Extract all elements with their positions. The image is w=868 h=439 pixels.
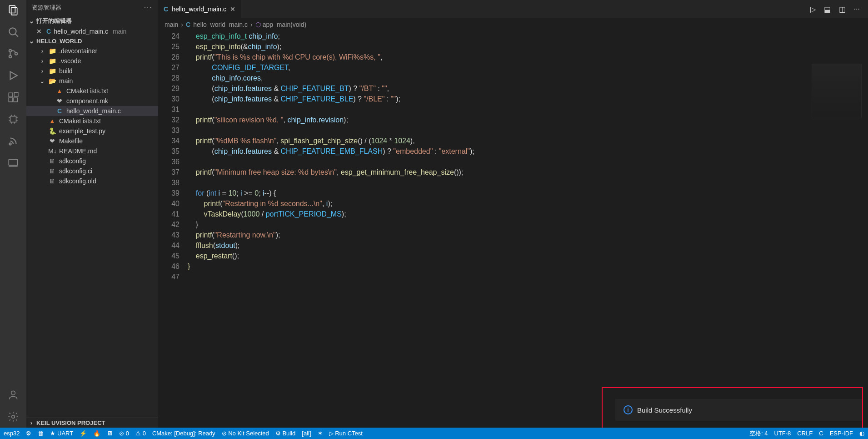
svg-rect-10 <box>14 98 18 102</box>
tab-bar: C hello_world_main.c ✕ ▷ ⬓ ◫ ··· <box>158 0 868 18</box>
svg-point-5 <box>9 56 11 58</box>
status-item[interactable]: ⚙ <box>26 430 31 437</box>
close-icon[interactable]: ✕ <box>36 28 44 35</box>
sidebar-title: 资源管理器 <box>32 4 61 12</box>
split-down-icon[interactable]: ⬓ <box>824 5 831 14</box>
svg-point-4 <box>9 50 11 52</box>
svg-point-2 <box>9 28 16 35</box>
sidebar-more-icon[interactable]: ··· <box>144 4 153 12</box>
svg-rect-9 <box>9 98 13 102</box>
svg-line-3 <box>15 34 18 37</box>
more-icon[interactable]: ··· <box>854 5 860 13</box>
status-item[interactable]: 🔥 <box>93 430 100 437</box>
status-item[interactable]: UTF-8 <box>774 430 791 437</box>
status-item[interactable]: ◐ <box>859 430 864 437</box>
devices-icon[interactable] <box>7 156 20 169</box>
activity-bar <box>0 0 26 428</box>
tree-item[interactable]: 🐍example_test.py <box>26 126 158 136</box>
tree-item[interactable]: 🗎sdkconfig.old <box>26 176 158 186</box>
sidebar: 资源管理器 ··· ⌄打开的编辑器 ✕ C hello_world_main.c… <box>26 0 158 428</box>
tree-item[interactable]: ›📁.devcontainer <box>26 46 158 56</box>
chip-icon[interactable] <box>7 113 20 126</box>
svg-point-24 <box>11 391 15 395</box>
tab-hello-world[interactable]: C hello_world_main.c ✕ <box>158 0 241 18</box>
open-editors-header[interactable]: ⌄打开的编辑器 <box>26 15 158 26</box>
editor-area: C hello_world_main.c ✕ ▷ ⬓ ◫ ··· main› C… <box>158 0 868 428</box>
line-gutter: 2425262728293031323334353637383940414243… <box>158 31 188 428</box>
notification-highlight: i Build Successfully <box>602 387 863 430</box>
status-item[interactable]: ⊘ No Kit Selected <box>222 430 269 437</box>
tree-item[interactable]: ›📁.vscode <box>26 56 158 66</box>
status-item[interactable]: ✶ <box>318 430 323 437</box>
open-editor-item[interactable]: ✕ C hello_world_main.c main <box>26 26 158 36</box>
source-control-icon[interactable] <box>7 47 20 60</box>
status-item[interactable]: ⚠ 0 <box>135 430 146 437</box>
svg-rect-11 <box>14 92 18 96</box>
svg-rect-0 <box>9 5 15 13</box>
run-icon[interactable]: ▷ <box>810 5 816 14</box>
status-item[interactable]: ▷ Run CTest <box>329 430 363 437</box>
status-item[interactable]: ⚡ <box>80 430 87 437</box>
tree-item[interactable]: ❤Makefile <box>26 136 158 146</box>
code-content[interactable]: esp_chip_info_t chip_info; esp_chip_info… <box>188 31 868 428</box>
c-file-icon: C <box>46 28 51 35</box>
tree-item[interactable]: 🗎sdkconfig.ci <box>26 166 158 176</box>
account-icon[interactable] <box>7 389 20 401</box>
svg-rect-12 <box>10 116 16 122</box>
minimap[interactable] <box>812 64 862 118</box>
settings-gear-icon[interactable] <box>7 410 20 423</box>
run-debug-icon[interactable] <box>7 69 20 82</box>
status-item[interactable]: esp32 <box>4 430 20 437</box>
search-icon[interactable] <box>7 25 20 38</box>
tree-item[interactable]: ▲CMakeLists.txt <box>26 86 158 96</box>
tree-item[interactable]: ›📁build <box>26 66 158 76</box>
split-editor-icon[interactable]: ◫ <box>839 5 846 14</box>
status-item[interactable]: ★ UART <box>50 430 73 437</box>
breadcrumbs[interactable]: main› C hello_world_main.c› ⬡app_main(vo… <box>158 18 868 31</box>
svg-rect-1 <box>11 8 17 15</box>
status-item[interactable]: ⊘ 0 <box>119 430 129 437</box>
status-item[interactable]: CMake: [Debug]: Ready <box>152 430 215 437</box>
explorer-icon[interactable] <box>7 4 20 16</box>
tree-item[interactable]: ❤component.mk <box>26 96 158 106</box>
keil-project-header[interactable]: ›KEIL UVISION PROJECT <box>26 418 158 428</box>
file-tree: ›📁.devcontainer›📁.vscode›📁build⌄📂main▲CM… <box>26 46 158 418</box>
tree-item[interactable]: 🗎sdkconfig <box>26 156 158 166</box>
status-item[interactable]: [all] <box>302 430 311 437</box>
c-file-icon: C <box>186 21 190 28</box>
status-item[interactable]: 🖥 <box>107 430 113 437</box>
svg-point-6 <box>15 52 17 55</box>
tree-item[interactable]: ▲CMakeLists.txt <box>26 116 158 126</box>
tree-item[interactable]: M↓README.md <box>26 146 158 156</box>
status-item[interactable]: C <box>819 430 823 437</box>
close-icon[interactable]: ✕ <box>230 5 235 13</box>
svg-point-21 <box>9 143 11 145</box>
svg-point-25 <box>12 415 15 419</box>
tree-item[interactable]: Chello_world_main.c <box>26 106 158 116</box>
status-item[interactable]: ⚙ Build <box>275 430 296 437</box>
status-bar: esp32⚙🗑★ UART⚡🔥🖥⊘ 0⚠ 0CMake: [Debug]: Re… <box>0 428 868 439</box>
status-item[interactable]: 空格: 4 <box>749 429 768 438</box>
function-icon: ⬡ <box>255 21 261 28</box>
status-item[interactable]: 🗑 <box>38 430 44 437</box>
extensions-icon[interactable] <box>7 91 20 104</box>
svg-rect-22 <box>9 159 18 165</box>
status-item[interactable]: ESP-IDF <box>830 430 853 437</box>
tree-item[interactable]: ⌄📂main <box>26 76 158 86</box>
project-header[interactable]: ⌄HELLO_WORLD <box>26 36 158 46</box>
svg-rect-8 <box>9 93 13 97</box>
c-file-icon: C <box>164 5 168 13</box>
svg-marker-7 <box>10 71 17 79</box>
notification-toast[interactable]: i Build Successfully <box>615 399 862 421</box>
espressif-icon[interactable] <box>7 135 20 147</box>
info-icon: i <box>624 405 633 414</box>
status-item[interactable]: CRLF <box>797 430 813 437</box>
